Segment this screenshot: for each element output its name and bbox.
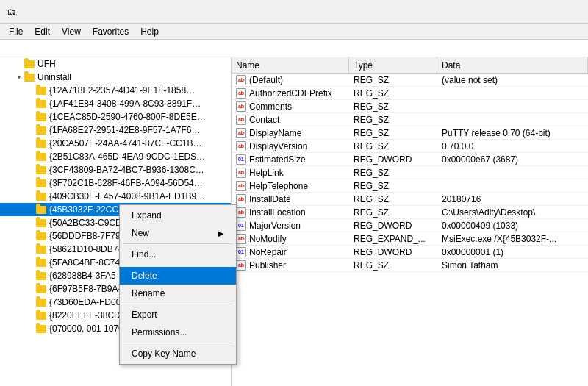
- context-menu-item-label: Rename: [132, 288, 165, 299]
- value-row[interactable]: abDisplayNameREG_SZPuTTY release 0.70 (6…: [232, 126, 588, 140]
- value-row[interactable]: 01EstimatedSizeREG_DWORD0x00000e67 (3687…: [232, 153, 588, 166]
- tree-item[interactable]: {1CEAC85D-2590-4760-800F-8DE5E…: [0, 110, 231, 124]
- tree-item[interactable]: {20CA507E-24AA-4741-87CF-CC1B…: [0, 137, 231, 150]
- tree-expand-arrow[interactable]: [26, 285, 35, 293]
- tree-item[interactable]: {12A718F2-2357-4D41-9E1F-1858…: [0, 84, 231, 97]
- value-name-text: MajorVersion: [249, 221, 301, 231]
- tree-expand-arrow[interactable]: ▾: [15, 73, 24, 82]
- maximize-button[interactable]: [514, 0, 548, 24]
- menu-item-favorites[interactable]: Favorites: [87, 25, 135, 38]
- value-row[interactable]: 01MajorVersionREG_DWORD0x00000409 (1033): [232, 219, 588, 232]
- value-row[interactable]: abDisplayVersionREG_SZ0.70.0.0: [232, 140, 588, 153]
- tree-expand-arrow[interactable]: [26, 271, 35, 280]
- value-row[interactable]: abInstallLocationREG_SZC:\Users\Adity\De…: [232, 206, 588, 219]
- tree-item[interactable]: {3CF43809-BA72-4BC7-B936-1308C…: [0, 163, 231, 176]
- tree-expand-arrow[interactable]: [26, 139, 35, 148]
- value-type-cell: REG_SZ: [349, 127, 437, 139]
- value-row[interactable]: abCommentsREG_SZ: [232, 100, 588, 113]
- tree-item[interactable]: {1AF41E84-3408-499A-8C93-8891F…: [0, 97, 231, 110]
- value-row[interactable]: abHelpLinkREG_SZ: [232, 166, 588, 179]
- context-menu-item[interactable]: Copy Key Name: [120, 345, 236, 362]
- reg-value-icon: 01: [236, 247, 246, 257]
- tree-expand-arrow[interactable]: [26, 86, 35, 95]
- reg-value-icon: ab: [236, 194, 246, 204]
- tree-expand-arrow[interactable]: [26, 192, 35, 201]
- tree-item[interactable]: {1FA68E27-2951-42E8-9F57-1A7F6…: [0, 124, 231, 137]
- value-type-cell: REG_SZ: [349, 87, 437, 99]
- context-menu-item-label: Permissions...: [132, 327, 187, 337]
- col-type-header[interactable]: Type: [349, 57, 437, 73]
- tree-expand-arrow[interactable]: [26, 245, 35, 254]
- value-row[interactable]: abAuthorizedCDFPrefixREG_SZ: [232, 87, 588, 100]
- value-name-cell: abHelpTelephone: [232, 180, 349, 192]
- value-type-cell: REG_SZ: [349, 74, 437, 86]
- value-data-cell: [437, 119, 588, 121]
- tree-expand-arrow[interactable]: [26, 232, 35, 240]
- values-header: Name Type Data: [232, 57, 588, 74]
- context-menu-item[interactable]: Find...: [120, 246, 236, 263]
- tree-expand-arrow[interactable]: [26, 205, 35, 214]
- context-menu-item[interactable]: Rename: [120, 285, 236, 302]
- context-menu-item[interactable]: Expand: [120, 207, 236, 224]
- menu-item-view[interactable]: View: [56, 25, 87, 38]
- tree-item-label: {409CB30E-E457-4008-9B1A-ED1B9…: [49, 191, 205, 201]
- tree-expand-arrow[interactable]: [26, 258, 35, 267]
- tree-item[interactable]: {409CB30E-E457-4008-9B1A-ED1B9…: [0, 190, 231, 203]
- folder-icon: [35, 243, 47, 255]
- value-name-cell: abHelpLink: [232, 167, 349, 179]
- tree-expand-arrow[interactable]: [26, 179, 35, 187]
- reg-value-icon: ab: [236, 181, 246, 191]
- minimize-button[interactable]: [481, 0, 514, 24]
- tree-item-label: {20CA507E-24AA-4741-87CF-CC1B…: [49, 138, 201, 149]
- value-type-cell: REG_SZ: [349, 180, 437, 192]
- context-menu-item[interactable]: Permissions...: [120, 324, 236, 341]
- value-name-cell: 01MajorVersion: [232, 220, 349, 232]
- tree-expand-arrow[interactable]: [26, 324, 35, 333]
- tree-expand-arrow[interactable]: [26, 311, 35, 320]
- value-name-cell: abInstallLocation: [232, 207, 349, 218]
- value-row[interactable]: 01NoRepairREG_DWORD0x00000001 (1): [232, 246, 588, 259]
- tree-item[interactable]: {3F702C1B-628F-46FB-A094-56D54…: [0, 176, 231, 190]
- tree-expand-arrow[interactable]: [26, 152, 35, 161]
- value-name-cell: abDisplayVersion: [232, 140, 349, 152]
- value-row[interactable]: abInstallDateREG_SZ20180716: [232, 193, 588, 206]
- value-name-cell: abAuthorizedCDFPrefix: [232, 87, 349, 99]
- value-row[interactable]: ab(Default)REG_SZ(value not set): [232, 74, 588, 87]
- tree-expand-arrow[interactable]: [26, 126, 35, 135]
- context-menu-item[interactable]: New▶: [120, 224, 236, 242]
- folder-icon: [35, 283, 47, 295]
- folder-icon: [35, 204, 47, 215]
- value-row[interactable]: abHelpTelephoneREG_SZ: [232, 179, 588, 193]
- reg-value-icon: ab: [236, 141, 246, 151]
- value-name-text: DisplayName: [249, 128, 301, 138]
- value-name-cell: abPublisher: [232, 260, 349, 271]
- tree-item-label: {1CEAC85D-2590-4760-800F-8DE5E…: [49, 112, 206, 122]
- value-data-cell: 0x00000001 (1): [437, 246, 588, 258]
- tree-item[interactable]: ▾Uninstall: [0, 71, 231, 84]
- tree-item[interactable]: UFH: [0, 57, 231, 71]
- value-name-cell: abInstallDate: [232, 193, 349, 205]
- value-row[interactable]: abContactREG_SZ: [232, 113, 588, 126]
- menu-item-edit[interactable]: Edit: [29, 25, 56, 38]
- context-menu-item[interactable]: Delete: [120, 267, 236, 285]
- tree-expand-arrow[interactable]: [26, 165, 35, 174]
- context-menu-item-label: New: [132, 228, 149, 238]
- context-menu-item[interactable]: Export: [120, 306, 236, 324]
- tree-expand-arrow[interactable]: [26, 218, 35, 227]
- close-button[interactable]: [548, 0, 582, 24]
- tree-expand-arrow[interactable]: [26, 99, 35, 108]
- value-name-text: NoRepair: [249, 247, 287, 257]
- tree-expand-arrow[interactable]: [15, 60, 24, 68]
- reg-value-icon: ab: [236, 115, 246, 125]
- menu-item-file[interactable]: File: [3, 25, 29, 38]
- value-row[interactable]: abNoModifyREG_EXPAND_...MsiExec.exe /X{4…: [232, 232, 588, 246]
- value-row[interactable]: abPublisherREG_SZSimon Tatham: [232, 259, 588, 272]
- tree-expand-arrow[interactable]: [26, 112, 35, 121]
- col-data-header[interactable]: Data: [437, 57, 588, 73]
- tree-item[interactable]: {2B51C83A-465D-4EA9-9CDC-1EDS…: [0, 150, 231, 163]
- reg-value-icon: ab: [236, 168, 246, 178]
- tree-expand-arrow[interactable]: [26, 298, 35, 307]
- values-panel[interactable]: Name Type Data ab(Default)REG_SZ(value n…: [232, 57, 588, 386]
- col-name-header[interactable]: Name: [232, 57, 349, 73]
- menu-item-help[interactable]: Help: [135, 25, 165, 38]
